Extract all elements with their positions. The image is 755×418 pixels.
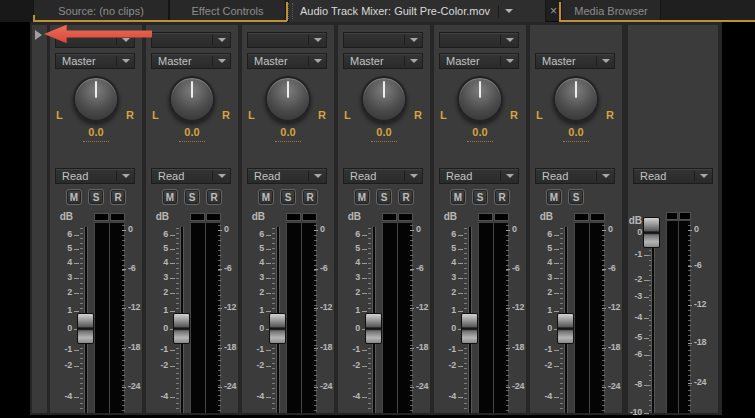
scale-tick [554,397,559,398]
scale-tick-label: 4 [259,257,264,267]
scale-tick-label: -2 [353,360,360,370]
tab-label: Source: (no clips) [58,5,144,17]
clip-indicator-left[interactable] [190,213,205,221]
panel-gripper-icon[interactable] [288,3,293,19]
scale-tick-label: -4 [449,391,456,401]
tab-audio-track-mixer[interactable]: Audio Track Mixer: Guilt Pre-Color.mov [288,0,546,22]
clip-indicators[interactable] [286,213,317,221]
scale-tick-label: -1 [449,344,456,354]
scale-tick [362,350,367,351]
scale-tick [602,269,606,270]
vu-meter [574,222,605,413]
solo-button[interactable]: S [88,189,104,205]
scale-tick [218,269,222,270]
clip-indicator-left[interactable] [478,213,493,221]
panel-menu-icon[interactable] [505,9,513,13]
tab-effect-controls[interactable]: Effect Controls [169,0,286,21]
scale-tick-label: -4 [161,391,168,401]
solo-button[interactable]: S [280,189,296,205]
fader-handle[interactable] [269,313,286,344]
scale-tick [74,397,79,398]
clip-indicator-left[interactable] [94,213,109,221]
pan-knob[interactable] [457,76,503,122]
meter-column-left [287,223,301,413]
clip-indicators[interactable] [94,213,125,221]
channel-strip: Master L R 0.0 Read M S R dB 6543210-1-2… [242,25,334,413]
pan-knob[interactable] [169,76,215,122]
meter-scale: 0-6-12-18-24 [688,25,708,413]
scale-tick-label: -1 [65,344,72,354]
scale-tick [170,397,175,398]
fader-handle[interactable] [77,313,94,344]
solo-button[interactable]: S [376,189,392,205]
scale-tick [74,311,79,312]
pan-knob[interactable] [553,76,599,122]
scale-tick-label: 0 [67,323,72,333]
scale-tick-label: -12 [416,302,428,312]
scale-tick-label: 0 [128,224,133,234]
scale-tick [122,230,126,231]
scale-tick-label: -4 [257,391,264,401]
scale-tick [74,278,79,279]
scale-tick-label: -2 [65,360,72,370]
pan-knob[interactable] [361,76,407,122]
scale-tick [266,350,271,351]
fader-handle[interactable] [173,313,190,344]
scale-tick-label: -12 [694,299,706,309]
pan-knob[interactable] [265,76,311,122]
scale-tick [266,293,271,294]
tab-label: Audio Track Mixer: Guilt Pre-Color.mov [300,5,490,17]
scale-tick [644,413,649,414]
fader-handle[interactable] [365,313,382,344]
clip-indicators[interactable] [478,213,509,221]
pan-knob[interactable] [73,76,119,122]
scale-tick-label: 5 [67,243,72,253]
scale-tick [266,366,271,367]
tab-source-monitor[interactable]: Source: (no clips) [33,0,169,21]
scale-tick [170,278,175,279]
fader-handle[interactable] [557,313,574,344]
fader-handle[interactable] [643,217,660,248]
scale-tick-label: -18 [512,342,524,352]
scale-tick-label: -18 [608,342,620,352]
fader-track[interactable] [651,224,655,413]
solo-button[interactable]: S [568,189,584,205]
focus-outline [33,15,35,21]
scale-tick [688,266,692,267]
scale-tick [410,308,414,309]
meter-column-left [667,221,678,413]
scale-tick-label: 2 [451,287,456,297]
scale-tick [74,366,79,367]
scale-tick [410,230,414,231]
scale-tick-label: -24 [128,381,140,391]
clip-indicators[interactable] [574,213,605,221]
scale-tick [266,278,271,279]
clip-indicator-left[interactable] [666,212,678,220]
solo-button[interactable]: S [184,189,200,205]
tab-media-browser[interactable]: Media Browser [561,0,661,21]
scale-tick-label: 3 [547,272,552,282]
solo-button[interactable]: S [472,189,488,205]
scale-tick-label: -24 [694,377,706,387]
scale-tick [362,249,367,250]
scale-tick-label: 6 [259,229,264,239]
scale-tick-label: -6 [128,263,135,273]
scale-tick-label: 0 [512,224,517,234]
scale-tick [170,293,175,294]
scale-tick [362,263,367,264]
fader-handle[interactable] [461,313,478,344]
scale-tick [506,348,510,349]
clip-indicators[interactable] [190,213,221,221]
clip-indicators[interactable] [382,213,413,221]
clip-indicator-left[interactable] [286,213,301,221]
scale-tick-label: -1 [161,344,168,354]
pan-value-underline [275,141,301,142]
scale-tick [266,263,271,264]
scale-tick-label: 2 [355,287,360,297]
scale-tick-label: 2 [67,287,72,297]
scale-tick [74,350,79,351]
expand-effects-sends-icon[interactable] [35,30,42,40]
clip-indicator-left[interactable] [574,213,589,221]
clip-indicator-left[interactable] [382,213,397,221]
scale-tick-label: -8 [635,379,642,389]
